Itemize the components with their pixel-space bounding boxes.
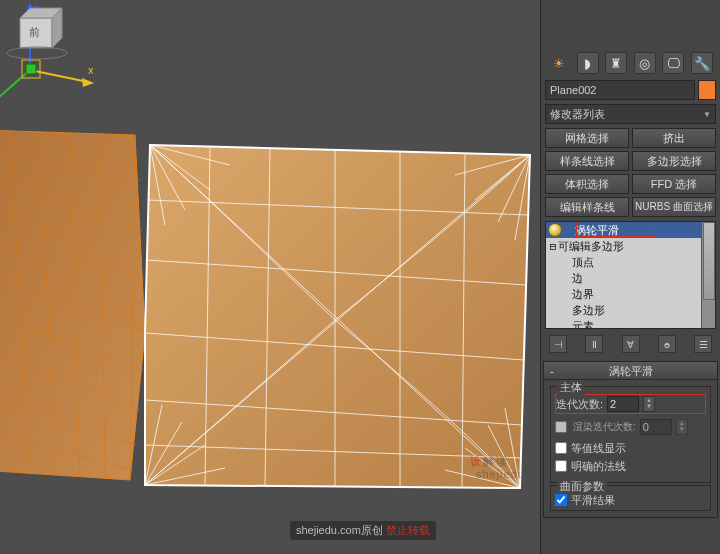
object-color-swatch[interactable] <box>698 80 716 100</box>
modifier-list-label: 修改器列表 <box>550 107 605 122</box>
smooth-result-label: 平滑结果 <box>571 493 615 508</box>
row-isoline: 等值线显示 <box>555 440 706 456</box>
stack-item-editable-poly[interactable]: ⊟ 可编辑多边形 <box>546 238 715 254</box>
btn-extrude[interactable]: 挤出 <box>632 128 716 148</box>
svg-marker-17 <box>145 145 530 488</box>
group-main: 主体 迭代次数: ▲▼ 渲染迭代次数: ▲▼ 等值线显示 <box>550 386 711 483</box>
stack-sub-vertex[interactable]: 顶点 <box>546 254 715 270</box>
stack-sub-element[interactable]: 元素 <box>546 318 715 329</box>
collapse-icon[interactable]: ⊟ <box>548 240 558 253</box>
mesh-wireframe <box>0 0 540 554</box>
rollout-turbosmooth: - 涡轮平滑 主体 迭代次数: ▲▼ 渲染迭代次数: ▲▼ <box>543 361 718 518</box>
show-end-result-icon[interactable]: Ⅱ <box>585 335 603 353</box>
isoline-label: 等值线显示 <box>571 441 626 456</box>
command-panel: ☀ ◗ ♜ ◎ 🖵 🔧 修改器列表 网格选择 挤出 样条线选择 多边形选择 体积… <box>540 0 720 554</box>
modifier-list-dropdown[interactable]: 修改器列表 <box>545 104 716 124</box>
btn-nurbs-surf[interactable]: NURBS 曲面选择 <box>632 197 716 217</box>
btn-mesh-select[interactable]: 网格选择 <box>545 128 629 148</box>
row-iterations: 迭代次数: ▲▼ <box>555 394 706 414</box>
smooth-result-checkbox[interactable] <box>555 494 567 506</box>
btn-poly-select[interactable]: 多边形选择 <box>632 151 716 171</box>
hierarchy-tab-icon[interactable]: ♜ <box>605 52 627 74</box>
iterations-input[interactable] <box>607 396 639 412</box>
stack-item-turbosmooth[interactable]: 涡轮平滑 <box>546 222 715 238</box>
render-iter-checkbox[interactable] <box>555 421 567 433</box>
explicit-normals-label: 明确的法线 <box>571 459 626 474</box>
sun-icon[interactable]: ☀ <box>548 52 570 74</box>
lightbulb-icon[interactable] <box>548 223 562 237</box>
minus-icon: - <box>550 362 554 380</box>
group-surface: 曲面参数 平滑结果 <box>550 485 711 511</box>
row-render-iterations: 渲染迭代次数: ▲▼ <box>555 417 706 437</box>
row-explicit-normals: 明确的法线 <box>555 458 706 474</box>
explicit-normals-checkbox[interactable] <box>555 460 567 472</box>
watermark-footer: shejiedu.com原创 禁止转载 <box>290 521 436 540</box>
remove-modifier-icon[interactable]: ɵ <box>658 335 676 353</box>
iterations-label: 迭代次数: <box>556 397 603 412</box>
pin-stack-icon[interactable]: ⊣ <box>549 335 567 353</box>
utilities-tab-icon[interactable]: 🔧 <box>691 52 713 74</box>
stack-sub-border[interactable]: 边界 <box>546 286 715 302</box>
panel-category-tabs: ☀ ◗ ♜ ◎ 🖵 🔧 <box>541 48 720 78</box>
configure-sets-icon[interactable]: ☰ <box>694 335 712 353</box>
row-smooth-result: 平滑结果 <box>555 492 706 508</box>
make-unique-icon[interactable]: ∀ <box>622 335 640 353</box>
btn-ffd-select[interactable]: FFD 选择 <box>632 174 716 194</box>
btn-vol-select[interactable]: 体积选择 <box>545 174 629 194</box>
stack-sub-edge[interactable]: 边 <box>546 270 715 286</box>
stack-label: 可编辑多边形 <box>558 239 624 254</box>
viewport[interactable]: z x y 前 设解读 shejiedu.com shejiedu.com原创 … <box>0 0 540 554</box>
rollout-header[interactable]: - 涡轮平滑 <box>544 362 717 380</box>
motion-tab-icon[interactable]: ◎ <box>634 52 656 74</box>
display-tab-icon[interactable]: 🖵 <box>662 52 684 74</box>
render-iter-label: 渲染迭代次数: <box>573 420 636 434</box>
object-name-input[interactable] <box>545 80 695 100</box>
btn-spline-select[interactable]: 样条线选择 <box>545 151 629 171</box>
isoline-checkbox[interactable] <box>555 442 567 454</box>
stack-label: 涡轮平滑 <box>575 223 619 238</box>
render-iter-input[interactable] <box>640 419 672 435</box>
iterations-spinner[interactable]: ▲▼ <box>643 396 655 412</box>
btn-edit-spline[interactable]: 编辑样条线 <box>545 197 629 217</box>
modify-tab-icon[interactable]: ◗ <box>577 52 599 74</box>
render-iter-spinner[interactable]: ▲▼ <box>676 419 688 435</box>
stack-scrollbar[interactable] <box>701 222 715 328</box>
modifier-stack[interactable]: 涡轮平滑 ⊟ 可编辑多边形 顶点 边 边界 多边形 元素 <box>545 221 716 329</box>
stack-sub-polygon[interactable]: 多边形 <box>546 302 715 318</box>
stack-toolbar: ⊣ Ⅱ ∀ ɵ ☰ <box>541 331 720 357</box>
